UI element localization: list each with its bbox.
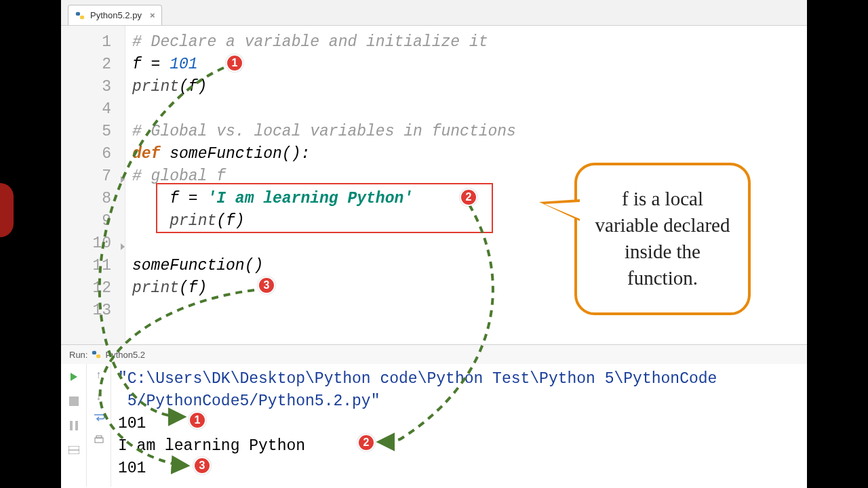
code-text: print — [132, 78, 179, 96]
code-text: f = — [132, 190, 207, 207]
output-text: 5/PythonCode5/Python5.2.py" — [118, 390, 800, 413]
line-number: 11 — [61, 255, 111, 277]
annotation-badge-3: 3 — [258, 277, 275, 294]
code-text — [132, 212, 170, 230]
line-number: 2 — [61, 54, 111, 76]
run-config-name[interactable]: Python5.2 — [105, 350, 145, 360]
line-number: 10 — [61, 232, 111, 255]
svg-rect-10 — [95, 438, 103, 443]
code-text: def — [132, 145, 160, 163]
code-text: someFunction(): — [160, 145, 310, 163]
code-text: 'I am learning Python' — [207, 190, 413, 207]
external-marker — [0, 183, 14, 237]
svg-rect-1 — [80, 16, 84, 19]
run-label: Run: — [69, 350, 87, 360]
rerun-button[interactable] — [65, 368, 83, 386]
code-text: # Declare a variable and initialize it — [132, 33, 488, 51]
soft-wrap-icon[interactable] — [93, 413, 105, 426]
callout-text: f is a local variable declared inside th… — [595, 188, 730, 289]
line-number: 1 — [61, 31, 111, 54]
ide-window: Python5.2.py × 1 2 3 4 5 6 7 8 9 10 11 1… — [61, 0, 807, 488]
annotation-badge-2: 2 — [357, 434, 375, 451]
run-panel-header: Run: Python5.2 — [61, 345, 807, 364]
line-number: 5 — [61, 121, 111, 143]
svg-rect-3 — [96, 354, 100, 358]
svg-rect-0 — [76, 12, 80, 15]
line-number: 12 — [61, 277, 111, 300]
console-output[interactable]: "C:\Users\DK\Desktop\Python code\Python … — [111, 364, 807, 487]
output-text: 101 — [118, 413, 800, 435]
run-toolbar — [61, 364, 87, 487]
run-nav-toolbar: ↑ ↓ — [87, 364, 111, 487]
output-text: I am learning Python — [118, 435, 800, 458]
stop-button[interactable] — [65, 392, 83, 410]
layout-button[interactable] — [65, 441, 83, 459]
python-file-icon — [75, 11, 85, 20]
editor-tab-bar: Python5.2.py × — [61, 0, 807, 26]
code-text: 101 — [170, 56, 197, 73]
line-number: 3 — [61, 76, 111, 98]
svg-rect-11 — [96, 436, 102, 438]
run-body: ↑ ↓ "C:\Users\DK\Desktop\Python code\Pyt… — [61, 364, 807, 487]
output-text: "C:\Users\DK\Desktop\Python code\Python … — [118, 368, 800, 390]
fold-indicator-icon[interactable] — [121, 243, 125, 250]
python-file-icon — [92, 350, 101, 359]
scroll-down-icon[interactable]: ↓ — [96, 391, 102, 403]
fold-indicator-icon[interactable] — [121, 176, 125, 183]
line-number: 6 — [61, 143, 111, 165]
svg-rect-7 — [75, 421, 78, 430]
annotation-badge-2: 2 — [460, 188, 477, 206]
svg-rect-6 — [70, 421, 73, 430]
pause-button[interactable] — [65, 417, 83, 434]
svg-rect-5 — [69, 396, 79, 406]
code-text: print — [132, 279, 179, 297]
code-text: f = — [132, 56, 170, 73]
line-number: 7 — [61, 165, 111, 188]
run-panel: Run: Python5.2 ↑ ↓ — [61, 344, 807, 487]
code-text: someFunction() — [132, 257, 263, 274]
annotation-badge-1: 1 — [189, 411, 206, 429]
code-text: (f) — [216, 212, 244, 230]
annotation-callout: f is a local variable declared inside th… — [574, 163, 751, 315]
file-tab[interactable]: Python5.2.py × — [68, 5, 162, 25]
svg-marker-4 — [71, 373, 77, 381]
line-number: 4 — [61, 98, 111, 121]
close-tab-icon[interactable]: × — [147, 10, 158, 20]
annotation-badge-1: 1 — [226, 54, 243, 72]
line-number: 9 — [61, 210, 111, 232]
output-text: 101 — [118, 458, 800, 480]
line-number: 8 — [61, 188, 111, 210]
print-icon[interactable] — [94, 435, 104, 448]
code-text: print — [170, 212, 216, 230]
annotation-badge-3: 3 — [193, 457, 211, 474]
scroll-up-icon[interactable]: ↑ — [96, 369, 102, 382]
code-text: (f) — [179, 279, 207, 297]
code-text: # Global vs. local variables in function… — [132, 123, 516, 140]
file-tab-label: Python5.2.py — [90, 10, 142, 20]
line-number: 13 — [61, 300, 111, 322]
line-number-gutter: 1 2 3 4 5 6 7 8 9 10 11 12 13 — [61, 26, 125, 344]
code-text: (f) — [179, 78, 207, 96]
code-text: # global f — [132, 167, 226, 185]
svg-rect-2 — [92, 351, 96, 354]
